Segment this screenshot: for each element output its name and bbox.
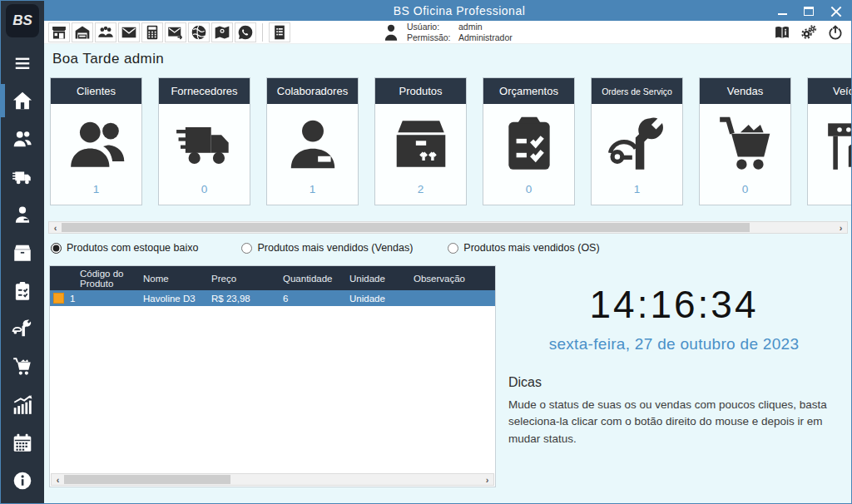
cell-preco: R$ 23,98	[205, 294, 276, 304]
home-icon	[12, 90, 33, 111]
sidebar-item-orcamentos[interactable]	[1, 274, 44, 308]
greeting-text: Boa Tarde admin	[52, 51, 164, 67]
cart-icon	[12, 356, 33, 378]
filter-label: Produtos com estoque baixo	[67, 242, 198, 254]
card-title: Orçamentos	[483, 78, 574, 104]
box-icon	[390, 113, 452, 175]
permission-value: Administrador	[458, 32, 513, 43]
filter-mais-vendidos-os[interactable]: Produtos mais vendidos (OS)	[448, 242, 599, 254]
toolbar: Usúario: admin Permissão: Administrador	[44, 21, 851, 44]
scroll-left-arrow[interactable]: ‹	[49, 222, 62, 233]
cell-nome: Havoline D3	[136, 294, 205, 304]
garage-button[interactable]	[72, 22, 93, 42]
card-title: Fornecedores	[159, 78, 250, 104]
radio-mais-vendidos-vendas[interactable]	[241, 243, 252, 254]
radio-estoque-baixo[interactable]	[51, 243, 62, 254]
close-button[interactable]	[828, 4, 843, 17]
mail-button[interactable]	[118, 22, 140, 42]
card-produtos[interactable]: Produtos 2	[374, 77, 467, 205]
sidebar-item-relatorios[interactable]	[1, 388, 44, 422]
sidebar-item-clientes[interactable]	[1, 122, 44, 156]
column-preco[interactable]: Preço	[205, 266, 276, 290]
scrollbar-thumb[interactable]	[64, 475, 230, 484]
card-count	[808, 183, 851, 205]
team-button[interactable]	[95, 22, 116, 42]
manual-button[interactable]	[771, 22, 793, 42]
filter-mais-vendidos-vendas[interactable]: Produtos mais vendidos (Vendas)	[241, 242, 413, 254]
cell-quantidade: 6	[276, 294, 343, 304]
window-controls	[775, 4, 851, 17]
card-title: Vendas	[700, 78, 790, 104]
app-window: BS Oficina Professional BS	[0, 0, 852, 504]
worker-icon	[12, 204, 33, 225]
table-row[interactable]: 1 Havoline D3 R$ 23,98 6 Unidade	[50, 290, 495, 306]
tips-text: Mude o status de suas os ou vendas com p…	[503, 397, 838, 447]
sidebar-item-vendas[interactable]	[1, 350, 44, 383]
column-quantidade[interactable]: Quantidade	[276, 266, 343, 290]
scroll-right-arrow[interactable]: ›	[481, 474, 493, 485]
scrollbar-thumb[interactable]	[62, 223, 750, 232]
maximize-button[interactable]	[801, 4, 816, 17]
minimize-button[interactable]	[775, 4, 790, 17]
card-count: 0	[483, 183, 574, 205]
chart-icon	[12, 394, 33, 416]
sidebar-item-ordens-de-servico[interactable]	[1, 312, 44, 345]
user-info: Usúario: admin Permissão: Administrador	[384, 21, 513, 44]
sidebar-item-sobre[interactable]	[1, 464, 44, 497]
whatsapp-button[interactable]	[235, 22, 256, 42]
scrollbar-track[interactable]	[62, 222, 835, 233]
mail-send-button[interactable]	[165, 22, 186, 42]
mail-icon	[121, 24, 137, 41]
summary-cards: Clientes 1 Fornecedores 0 Colaboradores …	[48, 77, 851, 207]
store-button[interactable]	[48, 22, 70, 42]
scroll-left-arrow[interactable]: ‹	[52, 474, 64, 485]
vehicle-lift-icon	[823, 113, 852, 175]
column-codigo[interactable]: Código do Produto	[50, 266, 136, 290]
menu-toggle[interactable]	[1, 47, 44, 80]
column-nome[interactable]: Nome	[136, 266, 205, 290]
power-icon	[827, 24, 844, 41]
sidebar-item-home[interactable]	[1, 84, 44, 117]
close-icon	[830, 6, 841, 17]
maximize-icon	[804, 7, 814, 16]
user-icon	[384, 23, 399, 42]
card-title: Orders de Serviço	[592, 78, 682, 104]
hamburger-icon	[13, 54, 32, 72]
calculator-button[interactable]	[141, 22, 163, 42]
sidebar-item-agenda[interactable]	[1, 426, 44, 459]
sidebar-item-fornecedores[interactable]	[1, 161, 44, 194]
report-button[interactable]	[269, 22, 290, 42]
clipboard-check-icon	[498, 113, 560, 175]
card-orders-de-servico[interactable]: Orders de Serviço 1	[591, 77, 683, 205]
sidebar-item-produtos[interactable]	[1, 236, 44, 269]
scrollbar-track[interactable]	[64, 474, 481, 485]
card-fornecedores[interactable]: Fornecedores 0	[158, 77, 250, 205]
card-count: 1	[267, 183, 358, 205]
sidebar-item-colaboradores[interactable]	[1, 198, 44, 231]
card-veiculos[interactable]: Veículos	[807, 77, 851, 205]
scroll-right-arrow[interactable]: ›	[835, 222, 847, 233]
card-orcamentos[interactable]: Orçamentos 0	[483, 77, 575, 205]
garage-icon	[74, 24, 91, 41]
card-colaboradores[interactable]: Colaboradores 1	[266, 77, 359, 205]
globe-button[interactable]	[188, 22, 210, 42]
filter-label: Produtos mais vendidos (Vendas)	[257, 242, 413, 254]
permission-label: Permissão:	[407, 32, 458, 43]
user-label: Usúario:	[407, 22, 458, 32]
column-unidade[interactable]: Unidade	[343, 266, 407, 290]
card-count: 1	[592, 183, 682, 205]
radio-mais-vendidos-os[interactable]	[448, 243, 458, 254]
exit-button[interactable]	[825, 22, 846, 42]
table-body-empty	[50, 306, 495, 473]
cell-unidade: Unidade	[343, 294, 407, 304]
card-count: 0	[159, 183, 250, 205]
column-observacao[interactable]: Observação	[407, 266, 495, 290]
card-clientes[interactable]: Clientes 1	[50, 77, 142, 205]
cell-codigo: 1	[50, 293, 136, 304]
settings-button[interactable]	[798, 22, 820, 42]
filter-estoque-baixo[interactable]: Produtos com estoque baixo	[51, 242, 198, 254]
info-panel: 14:16:34 sexta-feira, 27 de outubro de 2…	[503, 282, 845, 447]
card-vendas[interactable]: Vendas 0	[699, 77, 791, 205]
map-button[interactable]	[211, 22, 233, 42]
toolbar-right	[771, 21, 846, 44]
